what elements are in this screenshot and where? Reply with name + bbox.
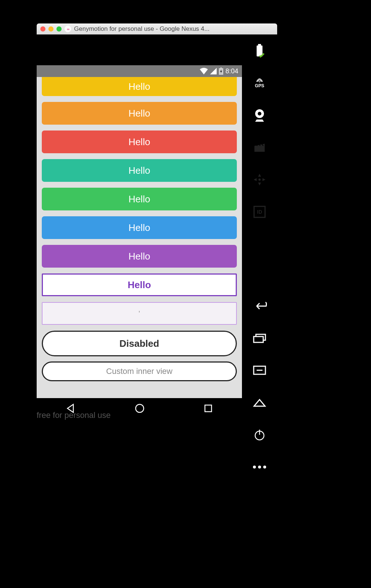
- hello-button-purple[interactable]: Hello: [42, 245, 237, 268]
- svg-marker-12: [262, 178, 265, 181]
- home-geny-icon[interactable]: [252, 395, 267, 410]
- hello-button-yellow[interactable]: Hello: [42, 77, 237, 96]
- clapperboard-icon[interactable]: [252, 140, 267, 155]
- menu-icon[interactable]: [252, 363, 267, 378]
- hello-button-red[interactable]: Hello: [42, 131, 237, 153]
- webcam-icon[interactable]: [252, 108, 267, 122]
- minimize-window-icon[interactable]: [48, 26, 54, 32]
- svg-rect-21: [220, 67, 222, 69]
- svg-marker-9: [258, 174, 261, 177]
- battery-status-icon: [219, 67, 223, 75]
- hello-button-orange[interactable]: Hello: [42, 102, 237, 125]
- zoom-window-icon[interactable]: [56, 26, 62, 32]
- power-icon[interactable]: [252, 427, 267, 442]
- svg-point-4: [258, 112, 261, 115]
- svg-point-2: [259, 81, 260, 82]
- loading-button-outline-light[interactable]: ': [42, 302, 237, 325]
- svg-point-22: [136, 404, 144, 412]
- window-title: Genymotion for personal use - Google Nex…: [74, 25, 273, 33]
- back-nav-icon[interactable]: [252, 298, 267, 313]
- recent-apps-geny-icon[interactable]: [252, 331, 267, 345]
- hello-button-outline[interactable]: Hello: [42, 273, 237, 296]
- hello-button-blue[interactable]: Hello: [42, 216, 237, 239]
- gps-icon[interactable]: GPS: [252, 76, 267, 90]
- more-icon[interactable]: [252, 460, 267, 474]
- status-time: 8:04: [225, 67, 238, 75]
- svg-rect-15: [254, 337, 263, 342]
- dpad-icon[interactable]: [252, 172, 267, 187]
- svg-rect-0: [257, 45, 262, 56]
- battery-icon[interactable]: [252, 43, 267, 58]
- genymotion-sidebar: GPS ID: [242, 34, 277, 474]
- signal-icon: [210, 68, 217, 74]
- svg-point-13: [258, 179, 261, 181]
- svg-rect-5: [254, 146, 265, 152]
- svg-marker-11: [254, 178, 257, 181]
- svg-rect-23: [205, 405, 212, 412]
- mac-titlebar: ∞ Genymotion for personal use - Google N…: [37, 23, 277, 34]
- hello-button-teal[interactable]: Hello: [42, 159, 237, 182]
- app-content[interactable]: Hello Hello Hello Hello Hello Hello Hell…: [37, 77, 242, 398]
- watermark-text: free for personal use: [37, 411, 111, 420]
- wifi-icon: [200, 68, 208, 74]
- close-window-icon[interactable]: [40, 26, 45, 32]
- hello-button-green[interactable]: Hello: [42, 188, 237, 210]
- svg-rect-1: [258, 44, 261, 46]
- id-icon[interactable]: ID: [252, 205, 267, 219]
- android-status-bar: 8:04: [37, 65, 242, 77]
- phone-frame: 8:04 Hello Hello Hello Hello Hello Hello…: [37, 34, 242, 423]
- nav-home-icon[interactable]: [135, 403, 145, 414]
- nav-recent-icon[interactable]: [204, 404, 213, 413]
- svg-marker-10: [258, 183, 261, 185]
- disabled-button: Disabled: [42, 331, 237, 356]
- custom-inner-view-button[interactable]: Custom inner view: [42, 361, 237, 381]
- android-screen: 8:04 Hello Hello Hello Hello Hello Hello…: [37, 65, 242, 398]
- genymotion-app-icon: ∞: [65, 26, 71, 32]
